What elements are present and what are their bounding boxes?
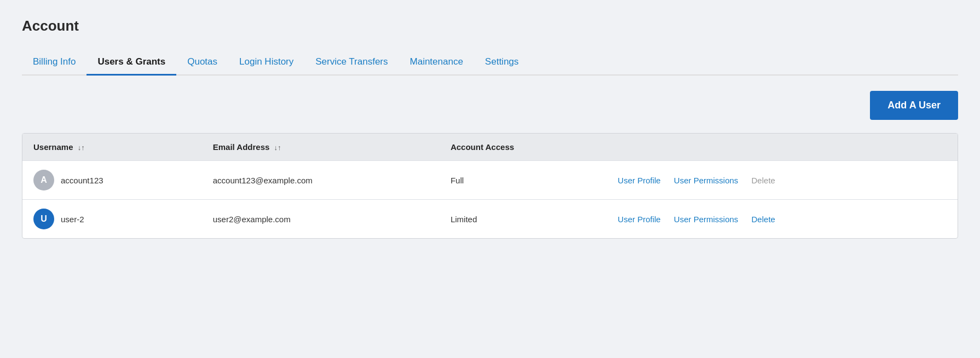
add-user-button[interactable]: Add A User [870, 91, 958, 120]
user-permissions-link-0[interactable]: User Permissions [674, 176, 739, 185]
cell-email-1: user2@example.com [202, 200, 440, 239]
tab-maintenance[interactable]: Maintenance [399, 50, 474, 76]
table-row: U user-2 user2@example.com Limited User … [22, 200, 958, 239]
cell-username-1: U user-2 [22, 200, 202, 239]
cell-actions-0: User Profile User Permissions Delete [607, 161, 958, 200]
table-header-row: Username ↓↑ Email Address ↓↑ Account Acc… [22, 134, 958, 161]
tab-service-transfers[interactable]: Service Transfers [304, 50, 399, 76]
cell-access-0: Full [440, 161, 607, 200]
user-permissions-link-1[interactable]: User Permissions [674, 215, 739, 224]
cell-access-1: Limited [440, 200, 607, 239]
col-header-access: Account Access [440, 134, 607, 161]
avatar-1: U [33, 209, 54, 229]
tab-users-grants[interactable]: Users & Grants [87, 50, 176, 76]
tab-login-history[interactable]: Login History [228, 50, 304, 76]
tab-billing-info[interactable]: Billing Info [22, 50, 87, 76]
table-row: A account123 account123@example.com Full… [22, 161, 958, 200]
user-profile-link-0[interactable]: User Profile [618, 176, 660, 185]
users-table-container: Username ↓↑ Email Address ↓↑ Account Acc… [22, 133, 958, 239]
users-table: Username ↓↑ Email Address ↓↑ Account Acc… [22, 134, 958, 238]
user-profile-link-1[interactable]: User Profile [618, 215, 660, 224]
tab-quotas[interactable]: Quotas [176, 50, 228, 76]
avatar-0: A [33, 170, 54, 190]
col-header-actions [607, 134, 958, 161]
cell-actions-1: User Profile User Permissions Delete [607, 200, 958, 239]
col-header-email[interactable]: Email Address ↓↑ [202, 134, 440, 161]
username-text-1: user-2 [61, 215, 84, 224]
page-title: Account [22, 18, 958, 34]
col-header-username[interactable]: Username ↓↑ [22, 134, 202, 161]
delete-link-0: Delete [752, 176, 775, 185]
tab-settings[interactable]: Settings [474, 50, 529, 76]
cell-username-0: A account123 [22, 161, 202, 200]
cell-email-0: account123@example.com [202, 161, 440, 200]
content-area: Add A User Username ↓↑ Email Address ↓↑ … [22, 76, 958, 239]
sort-icon-username: ↓↑ [78, 143, 85, 152]
username-text-0: account123 [61, 176, 103, 185]
tabs-nav: Billing Info Users & Grants Quotas Login… [22, 50, 958, 76]
delete-link-1[interactable]: Delete [752, 215, 775, 224]
sort-icon-email: ↓↑ [274, 143, 281, 152]
add-user-row: Add A User [22, 91, 958, 120]
